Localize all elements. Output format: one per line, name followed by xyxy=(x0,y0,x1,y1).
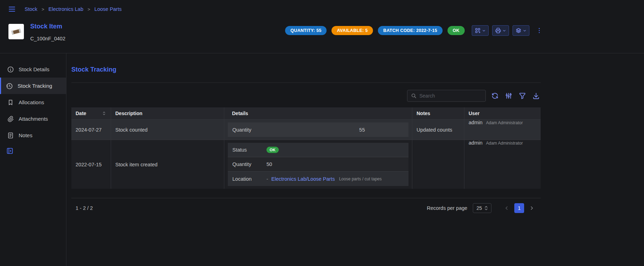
chevron-down-icon xyxy=(502,29,506,33)
cell-description: Stock counted xyxy=(111,120,224,140)
detail-label: Quantity xyxy=(232,161,266,167)
cell-details: Status OK Quantity 50 Location - Electro… xyxy=(224,140,412,189)
available-badge: AVAILABLE: 5 xyxy=(331,26,373,35)
records-per-page-select[interactable]: 25 xyxy=(473,203,491,213)
sidebar-item-attachments[interactable]: Attachments xyxy=(0,111,66,127)
capacitor-image xyxy=(9,25,23,38)
sidebar-item-label: Stock Details xyxy=(19,66,50,72)
panel-title: Stock Tracking xyxy=(71,66,541,73)
sidebar-item-notes[interactable]: Notes xyxy=(0,127,66,144)
col-header-description: Description xyxy=(111,107,224,119)
sort-icon xyxy=(102,111,107,116)
sidebar-item-stock-details[interactable]: Stock Details xyxy=(0,61,66,78)
stepper-icon xyxy=(484,206,488,211)
sidebar-item-label: Attachments xyxy=(19,116,48,122)
sidebar-item-label: Notes xyxy=(19,132,32,138)
cell-details: Quantity 55 xyxy=(224,120,412,140)
detail-value: 55 xyxy=(266,127,365,133)
main-panel: Stock Tracking xyxy=(71,53,541,266)
col-header-date[interactable]: Date xyxy=(71,107,111,119)
records-per-page-label: Records per page xyxy=(427,205,467,211)
status-badges: QUANTITY: 55 AVAILABLE: 5 BATCH CODE: 20… xyxy=(285,26,465,35)
breadcrumb-loose-parts[interactable]: Loose Parts xyxy=(95,6,122,12)
detail-row-quantity: Quantity 55 xyxy=(228,122,408,137)
breadcrumb-electronics-lab[interactable]: Electronics Lab xyxy=(49,6,83,12)
filter-icon[interactable] xyxy=(518,91,527,100)
info-circle-icon xyxy=(7,66,14,73)
location-link[interactable]: Electronics Lab/Loose Parts xyxy=(271,176,335,182)
menu-burger-icon[interactable] xyxy=(8,5,16,13)
ok-status-badge: OK xyxy=(447,26,465,35)
page-header: Stock Item C_100nF_0402 QUANTITY: 55 AVA… xyxy=(0,18,644,53)
breadcrumb: Stock > Electronics Lab > Loose Parts xyxy=(25,6,122,12)
records-per-page-value: 25 xyxy=(476,205,482,211)
header-actions xyxy=(472,25,543,36)
panel-divider xyxy=(71,82,541,83)
detail-label: Quantity xyxy=(232,127,266,133)
detail-row-status: Status OK xyxy=(228,143,408,157)
sidebar-item-stock-tracking[interactable]: Stock Tracking xyxy=(0,78,66,94)
stock-actions-button[interactable] xyxy=(513,25,529,36)
adjustments-icon[interactable] xyxy=(504,91,513,100)
top-bar: Stock > Electronics Lab > Loose Parts xyxy=(0,0,644,18)
sidebar-collapse-icon[interactable] xyxy=(6,147,66,155)
ok-status-badge: OK xyxy=(266,147,279,153)
detail-label: Location xyxy=(232,176,266,182)
user-full-name: Adam Administrator xyxy=(486,141,523,146)
sidebar-item-label: Allocations xyxy=(19,99,44,105)
sidebar: Stock Details Stock Tracking Allocations… xyxy=(0,53,66,266)
col-header-details: Details xyxy=(224,107,412,119)
detail-row-quantity: Quantity 50 xyxy=(228,157,408,172)
stock-actions-icon xyxy=(515,27,522,34)
detail-label: Status xyxy=(232,147,266,153)
print-actions-button[interactable] xyxy=(492,25,509,36)
table-row: 2024-07-27 Stock counted Quantity 55 Upd… xyxy=(71,119,541,140)
printer-icon xyxy=(495,27,501,34)
stock-item-thumbnail[interactable] xyxy=(8,24,24,39)
breadcrumb-separator: > xyxy=(41,7,44,12)
stock-tracking-table: Date Description Details Notes User 2024… xyxy=(71,107,541,189)
download-icon[interactable] xyxy=(532,91,541,100)
page-title: Stock Item xyxy=(30,22,65,30)
quantity-badge: QUANTITY: 55 xyxy=(285,26,327,35)
cell-date: 2024-07-27 xyxy=(71,120,111,140)
table-header-row: Date Description Details Notes User xyxy=(71,107,541,119)
table-footer: 1 - 2 / 2 Records per page 25 1 xyxy=(71,198,541,218)
chevron-down-icon xyxy=(523,29,527,33)
notes-icon xyxy=(7,132,14,139)
table-toolbar xyxy=(71,90,541,102)
cell-notes: Updated counts xyxy=(412,120,464,140)
col-header-notes: Notes xyxy=(412,107,464,119)
table-row: 2022-07-15 Stock item created Status OK … xyxy=(71,140,541,189)
col-header-user: User xyxy=(464,107,541,119)
user-full-name: Adam Administrator xyxy=(486,120,523,125)
cell-user: admin Adam Administrator xyxy=(464,120,541,140)
dash: - xyxy=(266,176,268,182)
cell-notes xyxy=(412,140,464,189)
cell-date: 2022-07-15 xyxy=(71,140,111,189)
next-page-icon[interactable] xyxy=(527,204,536,213)
breadcrumb-separator: > xyxy=(88,7,90,12)
more-options-icon[interactable] xyxy=(536,27,543,34)
sidebar-item-label: Stock Tracking xyxy=(18,83,52,89)
paperclip-icon xyxy=(7,115,14,122)
bookmark-icon xyxy=(7,99,14,106)
page-number-button[interactable]: 1 xyxy=(514,203,524,213)
location-note: Loose parts / cut tapes xyxy=(339,177,381,181)
breadcrumb-stock[interactable]: Stock xyxy=(25,6,37,12)
pagination: 1 xyxy=(502,203,536,213)
username: admin xyxy=(469,140,483,146)
search-input[interactable] xyxy=(419,93,483,99)
title-block: Stock Item C_100nF_0402 xyxy=(30,22,65,41)
cell-description: Stock item created xyxy=(111,140,224,189)
page-subtitle: C_100nF_0402 xyxy=(30,36,65,41)
sidebar-item-allocations[interactable]: Allocations xyxy=(0,94,66,111)
search-box xyxy=(407,90,486,102)
search-icon xyxy=(411,93,417,99)
batch-code-badge: BATCH CODE: 2022-7-15 xyxy=(378,26,442,35)
barcode-actions-button[interactable] xyxy=(472,25,489,36)
refresh-icon[interactable] xyxy=(490,91,500,100)
prev-page-icon[interactable] xyxy=(502,204,511,213)
chevron-down-icon xyxy=(482,29,486,33)
detail-row-location: Location - Electronics Lab/Loose Parts L… xyxy=(228,172,408,186)
